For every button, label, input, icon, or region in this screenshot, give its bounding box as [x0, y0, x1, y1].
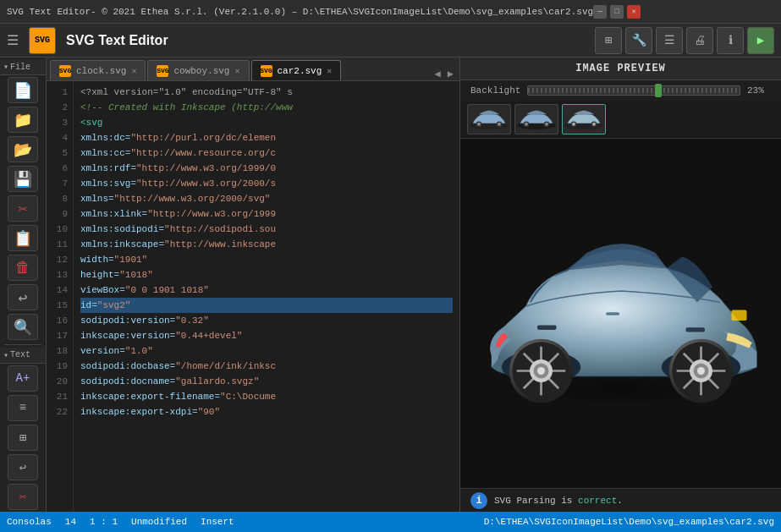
sidebar-cut-button[interactable]: ✂	[8, 484, 38, 510]
thumbnail-3[interactable]	[562, 104, 606, 134]
toolbar-run-icon[interactable]: ▶	[747, 27, 774, 54]
close-button[interactable]: ✕	[627, 5, 641, 19]
code-line-11: xmlns:inkscape="http://www.inkscape	[80, 237, 453, 252]
code-line-19: sodipodi:docbase="/home/d/ink/inksc	[80, 359, 453, 374]
svg-point-37	[697, 367, 705, 375]
code-line-4: xmlns:dc="http://purl.org/dc/elemen	[80, 130, 453, 145]
tab-cowboy-label: cowboy.svg	[173, 66, 229, 76]
sidebar-new-file-button[interactable]: 📄	[8, 77, 38, 103]
status-right: D:\ETHEA\SVGIconImageList\Demo\svg_examp…	[484, 517, 774, 527]
maximize-button[interactable]: □	[610, 5, 624, 19]
code-line-2: <!-- Created with Inkscape (http://www	[80, 100, 453, 115]
toolbar-right: ⊞ 🔧 ☰ 🖨 ℹ ▶	[595, 27, 774, 54]
preview-header: IMAGE PREVIEW	[460, 58, 781, 80]
sidebar-copy-button[interactable]: 📋	[8, 225, 38, 251]
backlight-slider[interactable]	[527, 85, 740, 96]
svg-rect-39	[606, 312, 619, 315]
thumbnail-1[interactable]	[467, 104, 511, 134]
tab-prev-button[interactable]: ◀	[432, 68, 443, 80]
editor-panel[interactable]: 12345 678910 1112131415 1617181920 2122 …	[47, 81, 459, 512]
car-preview-svg	[469, 212, 773, 415]
code-editor[interactable]: <?xml version="1.0" encoding="UTF-8" s <…	[74, 81, 459, 512]
sidebar-open-folder-button[interactable]: 📁	[8, 107, 38, 133]
code-line-13: height="1018"	[80, 267, 453, 282]
svg-rect-17	[685, 327, 705, 332]
toolbar-info-icon[interactable]: ℹ	[717, 27, 744, 54]
info-icon: i	[470, 492, 487, 509]
sidebar-open-button[interactable]: 📂	[8, 136, 38, 162]
code-line-7: xmlns:svg="http://www.w3.org/2000/s	[80, 176, 453, 191]
svg-point-27	[537, 367, 545, 375]
titlebar: SVG Text Editor- © 2021 Ethea S.r.l. (Ve…	[0, 0, 781, 24]
tab-car2-close[interactable]: ✕	[327, 66, 332, 76]
sidebar-indent-button[interactable]: ≡	[8, 395, 38, 421]
tab-next-button[interactable]: ▶	[445, 68, 456, 80]
sidebar: ▾File 📄 📁 📂 💾 ✂ 📋 🗑 ↩ 🔍 ▾Text A+ ≡ ⊞ ↩ ✂	[0, 58, 47, 512]
sidebar-separator	[4, 344, 41, 345]
tabbar: SVG clock.svg ✕ SVG cowboy.svg ✕ SVG car…	[47, 58, 459, 81]
status-fontsize: 14	[65, 517, 76, 527]
sidebar-undo2-button[interactable]: ↩	[8, 454, 38, 480]
toolbar-print-icon[interactable]: 🖨	[686, 27, 713, 54]
code-line-1: <?xml version="1.0" encoding="UTF-8" s	[80, 85, 453, 100]
backlight-thumb[interactable]	[655, 84, 662, 97]
toolbar-list-icon[interactable]: ☰	[656, 27, 683, 54]
sidebar-cut-file-button[interactable]: ✂	[8, 195, 38, 222]
code-line-5: xmlns:cc="http://www.resource.org/c	[80, 145, 453, 161]
toolbar-settings-icon[interactable]: 🔧	[625, 27, 652, 54]
status-modified: Unmodified	[131, 517, 187, 527]
code-line-10: xmlns:sodipodi="http://sodipodi.sou	[80, 222, 453, 237]
thumbnail-2[interactable]	[514, 104, 558, 134]
toolbar-grid-icon[interactable]: ⊞	[595, 27, 622, 54]
status-filepath: D:\ETHEA\SVGIconImageList\Demo\svg_examp…	[484, 517, 774, 527]
svg-point-14	[592, 123, 596, 126]
code-line-12: width="1901"	[80, 252, 453, 267]
svg-icon-logo: SVG	[29, 27, 56, 54]
code-line-22: inkscape:export-xdpi="90"	[80, 404, 453, 420]
svg-point-4	[498, 123, 501, 126]
thumbnail-strip	[460, 101, 781, 139]
tab-clock[interactable]: SVG clock.svg ✕	[50, 60, 146, 80]
status-mode: Insert	[201, 517, 234, 527]
parsing-bar: i SVG Parsing is correct.	[460, 488, 781, 512]
svg-point-12	[572, 123, 575, 126]
tab-cowboy[interactable]: SVG cowboy.svg ✕	[147, 60, 249, 80]
tab-navigation: ◀ ▶	[429, 68, 459, 80]
code-line-20: sodipodi:docname="gallardo.svgz"	[80, 374, 453, 389]
tab-cowboy-icon: SVG	[157, 65, 168, 77]
sidebar-delete-button[interactable]: 🗑	[8, 255, 38, 281]
backlight-percentage: 23%	[747, 85, 771, 96]
sidebar-text-section[interactable]: ▾Text	[0, 348, 46, 364]
editor-container: SVG clock.svg ✕ SVG cowboy.svg ✕ SVG car…	[47, 58, 459, 512]
sidebar-save-button[interactable]: 💾	[8, 166, 38, 192]
preview-image-area	[460, 139, 781, 488]
sidebar-grid-button[interactable]: ⊞	[8, 425, 38, 451]
code-line-8: xmlns="http://www.w3.org/2000/svg"	[80, 191, 453, 206]
minimize-button[interactable]: —	[593, 5, 607, 19]
code-line-14: viewBox="0 0 1901 1018"	[80, 282, 453, 298]
tab-cowboy-close[interactable]: ✕	[234, 66, 239, 76]
backlight-row: Backlight 23%	[460, 80, 781, 101]
status-left: Consolas 14 1 : 1 Unmodified Insert	[7, 517, 234, 527]
app-title: SVG Text Editor	[66, 33, 168, 48]
sidebar-text-add-button[interactable]: A+	[8, 365, 38, 392]
tab-clock-close[interactable]: ✕	[131, 66, 136, 76]
svg-rect-16	[537, 325, 557, 329]
code-line-15: id="svg2"	[80, 298, 453, 313]
sidebar-undo-button[interactable]: ↩	[8, 284, 38, 310]
backlight-label: Backlight	[470, 85, 520, 96]
tab-car2-label: car2.svg	[278, 66, 322, 76]
code-line-17: inkscape:version="0.44+devel"	[80, 328, 453, 343]
line-numbers: 12345 678910 1112131415 1617181920 2122	[47, 81, 74, 512]
statusbar: Consolas 14 1 : 1 Unmodified Insert D:\E…	[0, 512, 781, 532]
tab-car2[interactable]: SVG car2.svg ✕	[251, 60, 342, 80]
code-line-16: sodipodi:version="0.32"	[80, 313, 453, 328]
preview-panel: IMAGE PREVIEW Backlight 23%	[459, 58, 781, 512]
svg-rect-38	[731, 310, 746, 321]
status-font: Consolas	[7, 517, 52, 527]
sidebar-search-button[interactable]: 🔍	[8, 314, 38, 340]
code-line-18: version="1.0"	[80, 343, 453, 359]
sidebar-file-section[interactable]: ▾File	[0, 59, 46, 75]
hamburger-menu-icon[interactable]: ☰	[7, 32, 19, 49]
tab-clock-label: clock.svg	[76, 66, 126, 76]
